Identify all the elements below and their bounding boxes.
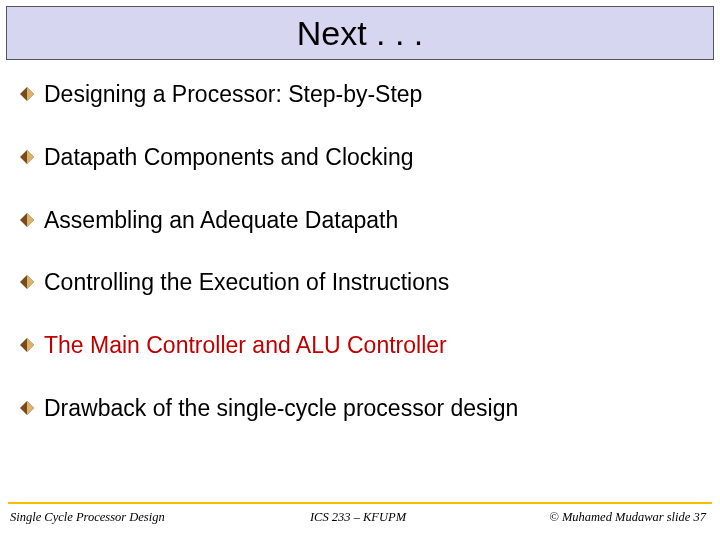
list-item: Assembling an Adequate Datapath bbox=[20, 206, 700, 235]
footer-left: Single Cycle Processor Design bbox=[10, 510, 210, 525]
footer-center: ICS 233 – KFUPM bbox=[210, 510, 506, 525]
diamond-bullet-icon bbox=[20, 87, 34, 101]
diamond-bullet-icon bbox=[20, 401, 34, 415]
list-item: Designing a Processor: Step-by-Step bbox=[20, 80, 700, 109]
diamond-bullet-icon bbox=[20, 275, 34, 289]
footer-right: © Muhamed Mudawar slide 37 bbox=[506, 510, 706, 525]
svg-marker-7 bbox=[27, 275, 34, 289]
svg-marker-5 bbox=[27, 213, 34, 227]
list-item: Controlling the Execution of Instruction… bbox=[20, 268, 700, 297]
bullet-text: Designing a Processor: Step-by-Step bbox=[44, 80, 422, 109]
list-item: Datapath Components and Clocking bbox=[20, 143, 700, 172]
bullet-text: The Main Controller and ALU Controller bbox=[44, 331, 447, 360]
bullet-text: Drawback of the single-cycle processor d… bbox=[44, 394, 518, 423]
svg-marker-11 bbox=[27, 401, 34, 415]
list-item-highlight: The Main Controller and ALU Controller bbox=[20, 331, 700, 360]
bullet-text: Datapath Components and Clocking bbox=[44, 143, 414, 172]
slide-footer: Single Cycle Processor Design ICS 233 – … bbox=[0, 504, 720, 530]
slide-title: Next . . . bbox=[297, 14, 424, 53]
svg-marker-1 bbox=[27, 87, 34, 101]
bullet-list: Designing a Processor: Step-by-Step Data… bbox=[20, 80, 700, 457]
diamond-bullet-icon bbox=[20, 150, 34, 164]
svg-marker-3 bbox=[27, 150, 34, 164]
bullet-text: Assembling an Adequate Datapath bbox=[44, 206, 398, 235]
list-item: Drawback of the single-cycle processor d… bbox=[20, 394, 700, 423]
title-bar: Next . . . bbox=[6, 6, 714, 60]
svg-marker-9 bbox=[27, 338, 34, 352]
diamond-bullet-icon bbox=[20, 213, 34, 227]
bullet-text: Controlling the Execution of Instruction… bbox=[44, 268, 449, 297]
diamond-bullet-icon bbox=[20, 338, 34, 352]
